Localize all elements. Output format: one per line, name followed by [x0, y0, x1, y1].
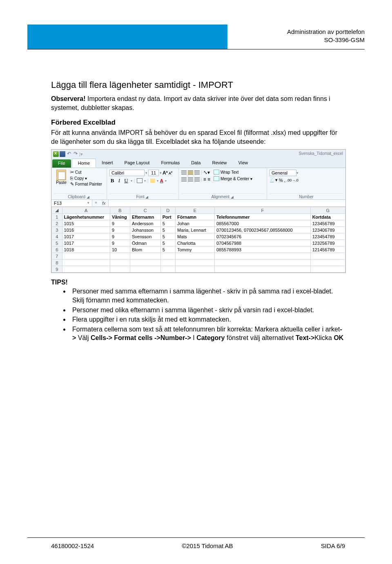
cell[interactable]: 5 — [160, 227, 175, 233]
cell[interactable]: 1015 — [62, 220, 110, 227]
cell[interactable] — [130, 260, 161, 266]
cell[interactable]: Efternamn — [130, 214, 161, 220]
cell[interactable] — [160, 253, 175, 260]
cell[interactable]: Våning — [110, 214, 130, 220]
col-header[interactable]: E — [175, 207, 214, 214]
cell[interactable] — [62, 266, 110, 273]
cell[interactable]: Andersson — [130, 220, 161, 227]
cell[interactable]: Blom — [130, 246, 161, 253]
tab-view[interactable]: View — [233, 159, 254, 168]
row-header[interactable]: 5 — [52, 240, 62, 246]
cell[interactable]: Johan — [175, 220, 214, 227]
cell[interactable]: 121456789 — [310, 246, 345, 253]
col-header[interactable]: F — [214, 207, 310, 214]
cell[interactable]: 085567000 — [214, 220, 310, 227]
cell[interactable] — [110, 253, 130, 260]
cell[interactable]: 5 — [160, 240, 175, 246]
cell[interactable]: 9 — [110, 240, 130, 246]
cell[interactable]: 9 — [110, 233, 130, 240]
col-header[interactable]: D — [160, 207, 175, 214]
tab-insert[interactable]: Insert — [96, 159, 119, 168]
cell[interactable] — [110, 260, 130, 266]
align-top-icon[interactable] — [181, 170, 187, 175]
shrink-font-icon[interactable]: A▾ — [169, 170, 173, 175]
cell[interactable] — [214, 266, 310, 273]
cell[interactable] — [62, 260, 110, 266]
cell[interactable] — [310, 253, 345, 260]
col-header[interactable]: C — [130, 207, 161, 214]
row-header[interactable]: 4 — [52, 233, 62, 240]
cell[interactable]: Förnamn — [175, 214, 214, 220]
cell[interactable]: 1017 — [62, 233, 110, 240]
row-header[interactable]: 2 — [52, 220, 62, 227]
row-header[interactable]: 7 — [52, 253, 62, 260]
comma-style-icon[interactable]: , — [284, 178, 285, 183]
cell[interactable]: Port — [160, 214, 175, 220]
paste-button[interactable]: Paste — [54, 170, 69, 187]
cell[interactable]: 0855788993 — [214, 246, 310, 253]
cell[interactable]: Telefonnummer — [214, 214, 310, 220]
tab-home[interactable]: Home — [72, 159, 96, 168]
tab-page-layout[interactable]: Page Layout — [119, 159, 156, 168]
cell[interactable] — [130, 266, 161, 273]
cell[interactable]: 123256789 — [310, 240, 345, 246]
cell[interactable]: 0704567988 — [214, 240, 310, 246]
row-header[interactable]: 1 — [52, 214, 62, 220]
cell[interactable]: 5 — [160, 220, 175, 227]
cell[interactable]: 9 — [110, 227, 130, 233]
align-middle-icon[interactable] — [188, 170, 193, 175]
cell[interactable]: 123406789 — [310, 227, 345, 233]
format-painter-button[interactable]: Format Painter — [70, 181, 102, 187]
row-header[interactable]: 9 — [52, 266, 62, 273]
increase-indent-icon[interactable] — [207, 177, 210, 182]
cell[interactable]: 0700123456, 0700234567,085568000 — [214, 227, 310, 233]
cell[interactable] — [110, 266, 130, 273]
percent-icon[interactable]: % — [279, 178, 283, 183]
formula-bar[interactable] — [109, 200, 345, 206]
tab-data[interactable]: Data — [185, 159, 206, 168]
cell[interactable]: 9 — [110, 220, 130, 227]
save-icon[interactable] — [60, 151, 65, 157]
undo-icon[interactable]: ↶ — [66, 151, 72, 157]
cell[interactable] — [160, 266, 175, 273]
align-bottom-icon[interactable] — [194, 170, 200, 175]
copy-button[interactable]: Copy ▾ — [70, 176, 102, 181]
row-header[interactable]: 3 — [52, 227, 62, 233]
orientation-icon[interactable]: ⤡▾ — [203, 170, 210, 175]
cell[interactable] — [175, 260, 214, 266]
fill-color-icon[interactable] — [150, 179, 155, 183]
cell[interactable]: 5 — [160, 246, 175, 253]
border-icon[interactable] — [137, 178, 143, 183]
grow-font-icon[interactable]: A▴ — [163, 170, 168, 176]
cell[interactable]: 5 — [160, 233, 175, 240]
col-header[interactable]: B — [110, 207, 130, 214]
cell[interactable]: Lägenhetsnummer — [62, 214, 110, 220]
increase-decimal-icon[interactable]: .00→.0 — [287, 178, 298, 182]
cell[interactable]: 1017 — [62, 240, 110, 246]
fx-label[interactable]: fx — [100, 200, 109, 206]
cell[interactable] — [214, 253, 310, 260]
cut-button[interactable]: Cut — [70, 170, 102, 175]
cell[interactable] — [160, 260, 175, 266]
name-box[interactable]: F13 ▾ — [51, 200, 92, 206]
number-format-select[interactable]: General — [270, 170, 296, 176]
cell[interactable] — [310, 266, 345, 273]
cell[interactable]: 1016 — [62, 227, 110, 233]
cell[interactable]: Kortdata — [310, 214, 345, 220]
cell[interactable]: 123454789 — [310, 233, 345, 240]
cell[interactable]: 10 — [110, 246, 130, 253]
cell[interactable]: 123456789 — [310, 220, 345, 227]
cell[interactable]: Maria, Lennart — [175, 227, 214, 233]
cell[interactable] — [214, 260, 310, 266]
cell[interactable]: Johansson — [130, 227, 161, 233]
accounting-format-icon[interactable]: 🧾▾ — [270, 177, 278, 183]
row-header[interactable]: 6 — [52, 246, 62, 253]
decrease-indent-icon[interactable] — [203, 177, 206, 182]
cell[interactable] — [130, 253, 161, 260]
font-name-select[interactable]: Calibri — [109, 170, 145, 176]
font-color-icon[interactable]: A — [160, 178, 163, 183]
cell[interactable]: 0702345676 — [214, 233, 310, 240]
cell[interactable]: Tommy — [175, 246, 214, 253]
font-size-select[interactable]: 11 — [148, 170, 159, 176]
cell[interactable]: Mats — [175, 233, 214, 240]
